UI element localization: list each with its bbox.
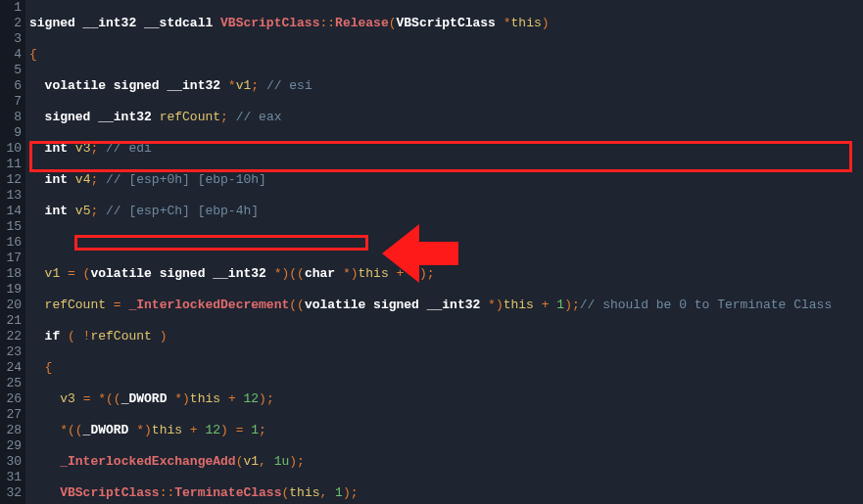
- code-line: signed __int32 refCount; // eax: [25, 110, 863, 125]
- line-number: 2: [0, 16, 22, 31]
- line-number: 16: [0, 235, 22, 251]
- line-number: 19: [0, 282, 22, 298]
- line-number: 25: [0, 376, 22, 391]
- line-number: 10: [0, 141, 22, 157]
- code-line: _InterlockedExchangeAdd(v1, 1u);: [25, 454, 863, 470]
- line-number: 3: [0, 31, 22, 47]
- line-number: 23: [0, 344, 22, 360]
- line-number: 9: [0, 125, 22, 141]
- line-number: 24: [0, 360, 22, 376]
- line-number: 32: [0, 485, 22, 501]
- line-number: 18: [0, 266, 22, 282]
- line-number: 5: [0, 63, 22, 78]
- code-line: v3 = *((_DWORD *)this + 12);: [25, 391, 863, 407]
- line-number: 14: [0, 204, 22, 219]
- line-number: 4: [0, 47, 22, 63]
- code-line: int v5; // [esp+Ch] [ebp-4h]: [25, 204, 863, 219]
- arrow-annotation-icon: [382, 224, 460, 283]
- line-number: 11: [0, 157, 22, 172]
- line-number: 6: [0, 78, 22, 94]
- line-number: 20: [0, 298, 22, 313]
- line-number: 28: [0, 423, 22, 438]
- line-number: 21: [0, 313, 22, 329]
- line-number: 8: [0, 110, 22, 125]
- code-line: signed __int32 __stdcall VBScriptClass::…: [25, 16, 863, 31]
- line-number: 12: [0, 172, 22, 188]
- code-line: *((_DWORD *)this + 12) = 1;: [25, 423, 863, 438]
- code-line: VBScriptClass::TerminateClass(this, 1);: [25, 485, 863, 501]
- code-line: {: [25, 360, 863, 376]
- code-line: volatile signed __int32 *v1; // esi: [25, 78, 863, 94]
- line-number: 29: [0, 438, 22, 454]
- line-number-gutter: 1 2 3 4 5 6 7 8 9 10 11 12 13 14 15 16 1…: [0, 0, 25, 504]
- line-number: 17: [0, 251, 22, 266]
- code-line: refCount = _InterlockedDecrement((volati…: [25, 298, 863, 313]
- code-line: int v3; // edi: [25, 141, 863, 157]
- code-line: {: [25, 47, 863, 63]
- line-number: 7: [0, 94, 22, 110]
- line-number: 13: [0, 188, 22, 204]
- code-line: int v4; // [esp+0h] [ebp-10h]: [25, 172, 863, 188]
- code-line: if ( !refCount ): [25, 329, 863, 344]
- line-number: 22: [0, 329, 22, 344]
- line-number: 27: [0, 407, 22, 423]
- line-number: 31: [0, 470, 22, 485]
- line-number: 15: [0, 219, 22, 235]
- line-number: 26: [0, 391, 22, 407]
- line-number: 1: [0, 0, 22, 16]
- line-number: 30: [0, 454, 22, 470]
